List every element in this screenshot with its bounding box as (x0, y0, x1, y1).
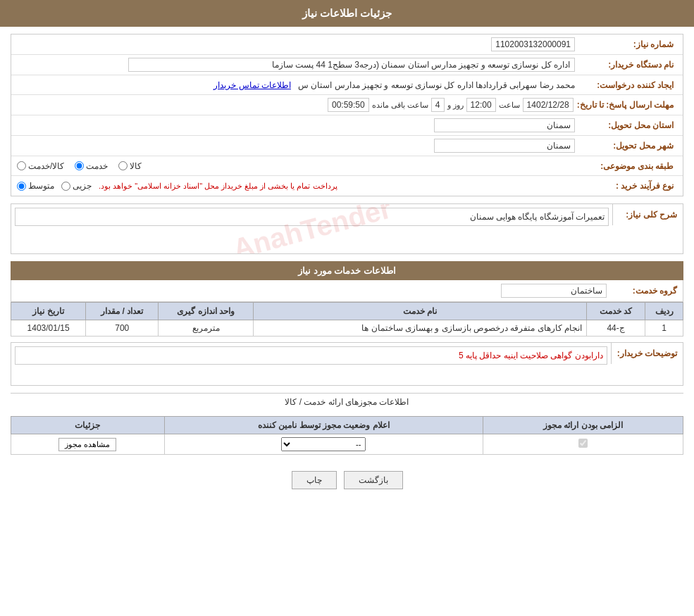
gorooh-khedmat-label: گروه خدمت: (607, 286, 677, 296)
col-vaziat: اعلام وضعیت مجوز توسط نامین کننده (164, 417, 483, 434)
khedmat-radio[interactable] (75, 161, 84, 170)
mohlat-countdown: 00:59:50 (328, 98, 369, 112)
shahr-tahvil-value-cell: سمنان (17, 139, 578, 153)
khedmat-label: خدمت (86, 161, 108, 171)
shahr-row: شهر محل تحویل: سمنان (11, 136, 683, 156)
description-content: دارابودن گواهی صلاحیت اینیه حداقل پایه 5 (11, 343, 611, 385)
table-row: 1ج-44انجام کارهای متفرقه درخصوص بازسازی … (11, 320, 683, 337)
footer-buttons: بازگشت چاپ (11, 460, 683, 500)
shahr-tahvil-value: سمنان (434, 139, 575, 153)
print-button[interactable]: چاپ (292, 471, 337, 489)
shenbare-niaz-label: شماره نیاز: (578, 39, 677, 49)
tabaqehbandi-value-cell: کالا/خدمت خدمت کالا (17, 161, 578, 171)
mojooze-header-row: الزامی بودن ارائه مجوز اعلام وضعیت مجوز … (11, 417, 683, 434)
shahr-tahvil-label: شهر محل تحویل: (578, 141, 677, 151)
farayand-options: متوسط جزیی پرداخت تمام یا بخشی از مبلغ خ… (17, 181, 575, 191)
shenbare-row: شماره نیاز: 1102003132000091 (11, 34, 683, 55)
sharh-koli-container: AnahTender تعمیرات آموزشگاه پایگاه هوایی… (11, 204, 612, 253)
mohlat-countdown-label: ساعت باقی مانده (372, 101, 428, 110)
table-cell-1: ج-44 (586, 320, 645, 337)
mojooze-section-title: اطلاعات مجوزهای ارائه خدمت / کالا (11, 393, 683, 410)
kala-khedmat-label: کالا/خدمت (28, 161, 64, 171)
tabaqehbandi-label: طبقه بندی موضوعی: (578, 161, 677, 171)
table-cell-3: مترمربع (159, 320, 254, 337)
nam-dastgah-value-cell: اداره کل نوسازی توسعه و تجهیز مدارس استا… (17, 58, 578, 72)
tabaqehbandi-row: طبقه بندی موضوعی: کالا/خدمت خدمت کالا (11, 156, 683, 176)
col-joziyat: جزئیات (11, 417, 165, 434)
table-cell-2: انجام کارهای متفرقه درخصوص بازسازی و بهس… (253, 320, 586, 337)
sharh-koli-label: شرح کلی نیاز: (612, 204, 683, 225)
col-radif: ردیف (645, 303, 683, 320)
ejad-konande-value: محمد رضا سهرابی قراردادها اداره کل نوساز… (298, 80, 575, 90)
radio-kala-khedmat: کالا/خدمت (17, 161, 64, 171)
elzami-checkbox (578, 439, 588, 448)
sharh-koli-section: شرح کلی نیاز: AnahTender تعمیرات آموزشگا… (11, 203, 683, 254)
back-button[interactable]: بازگشت (344, 471, 403, 489)
shenbare-niaz-value: 1102003132000091 (491, 37, 575, 51)
vaziat-select[interactable]: -- (281, 437, 366, 451)
nam-dastgah-row: نام دستگاه خریدار: اداره کل نوسازی توسعه… (11, 55, 683, 75)
khadamat-table-head: ردیف کد خدمت نام خدمت واحد اندازه گیری ت… (11, 303, 683, 320)
nam-dastgah-label: نام دستگاه خریدار: (578, 60, 677, 70)
col-elzami: الزامی بودن ارائه مجوز (483, 417, 683, 434)
col-kod: کد خدمت (586, 303, 645, 320)
elzami-cell (483, 434, 683, 455)
mootasat-radio[interactable] (17, 182, 26, 191)
mojooze-row: -- مشاهده مجوز (11, 434, 683, 455)
farayand-label: نوع فرآیند خرید : (578, 181, 677, 191)
mojooze-table-wrapper: الزامی بودن ارائه مجوز اعلام وضعیت مجوز … (11, 416, 683, 455)
khadamat-table: ردیف کد خدمت نام خدمت واحد اندازه گیری ت… (11, 302, 683, 337)
table-cell-4: 700 (86, 320, 159, 337)
col-name: نام خدمت (253, 303, 586, 320)
farayand-row: نوع فرآیند خرید : متوسط جزیی پرداخت تمام… (11, 176, 683, 196)
page-title: جزئیات اطلاعات نیاز (302, 7, 392, 19)
mohlat-rooz: 4 (431, 98, 445, 112)
gorooh-khedmat-value: ساختمان (501, 284, 607, 298)
datetime-row: 1402/12/28 ساعت 12:00 روز و 4 ساعت باقی … (17, 98, 574, 112)
mootasat-label: متوسط (28, 181, 54, 191)
farayand-value-cell: متوسط جزیی پرداخت تمام یا بخشی از مبلغ خ… (17, 181, 578, 191)
description-value: دارابودن گواهی صلاحیت اینیه حداقل پایه 5 (15, 346, 607, 365)
ejad-konande-label: ایجاد کننده درخواست: (578, 80, 677, 90)
mohlat-value-cell: 1402/12/28 ساعت 12:00 روز و 4 ساعت باقی … (17, 98, 577, 112)
radio-khedmat: خدمت (75, 161, 108, 171)
radio-mootasat: متوسط (17, 181, 54, 191)
ejad-konande-row: ایجاد کننده درخواست: محمد رضا سهرابی قرا… (11, 75, 683, 95)
ostan-tahvil-value: سمنان (434, 118, 575, 132)
kala-khedmat-radio[interactable] (17, 161, 26, 170)
info-section: شماره نیاز: 1102003132000091 نام دستگاه … (11, 34, 683, 196)
mohlat-label: مهلت ارسال پاسخ: تا تاریخ: (577, 100, 677, 110)
sharh-koli-value: تعمیرات آموزشگاه پایگاه هوایی سمنان (15, 208, 609, 226)
col-tarikh: تاریخ نیاز (11, 303, 86, 320)
nam-dastgah-value: اداره کل نوسازی توسعه و تجهیز مدارس استا… (128, 58, 575, 72)
joziyat-cell: مشاهده مجوز (11, 434, 165, 455)
table-cell-5: 1403/01/15 (11, 320, 86, 337)
mojooze-table-body: -- مشاهده مجوز (11, 434, 683, 455)
col-vahed: واحد اندازه گیری (159, 303, 254, 320)
vaziat-cell: -- (164, 434, 483, 455)
radio-kala: کالا (118, 161, 142, 171)
khadamat-table-body: 1ج-44انجام کارهای متفرقه درخصوص بازسازی … (11, 320, 683, 337)
ostan-row: استان محل تحویل: سمنان (11, 115, 683, 136)
mohlat-saat-label: ساعت (499, 101, 520, 110)
table-cell-0: 1 (645, 320, 683, 337)
khadamat-section-header: اطلاعات خدمات مورد نیاز (11, 261, 683, 280)
col-tedad: تعداد / مقدار (86, 303, 159, 320)
radio-jozi: جزیی (61, 181, 92, 191)
view-mojooze-button[interactable]: مشاهده مجوز (58, 438, 116, 451)
khadamat-table-header-row: ردیف کد خدمت نام خدمت واحد اندازه گیری ت… (11, 303, 683, 320)
farayand-note: پرداخت تمام یا بخشی از مبلغ خریداز محل "… (99, 182, 337, 191)
ejad-konande-value-cell: محمد رضا سهرابی قراردادها اداره کل نوساز… (17, 80, 578, 90)
gorooh-khedmat-row: گروه خدمت: ساختمان (11, 280, 683, 302)
page-header: جزئیات اطلاعات نیاز (0, 0, 694, 27)
mojooze-table: الزامی بودن ارائه مجوز اعلام وضعیت مجوز … (11, 416, 683, 455)
jozi-radio[interactable] (61, 182, 70, 191)
ostan-tahvil-value-cell: سمنان (17, 118, 578, 132)
description-label: توضیحات خریدار: (611, 343, 683, 364)
jozi-label: جزیی (73, 181, 92, 191)
mojooze-table-head: الزامی بودن ارائه مجوز اعلام وضعیت مجوز … (11, 417, 683, 434)
tabaqehbandi-radio-group: کالا/خدمت خدمت کالا (17, 161, 575, 171)
description-section: توضیحات خریدار: دارابودن گواهی صلاحیت ای… (11, 342, 683, 386)
ejad-konande-link[interactable]: اطلاعات تماس خریدار (213, 80, 291, 90)
kala-radio[interactable] (118, 161, 128, 170)
